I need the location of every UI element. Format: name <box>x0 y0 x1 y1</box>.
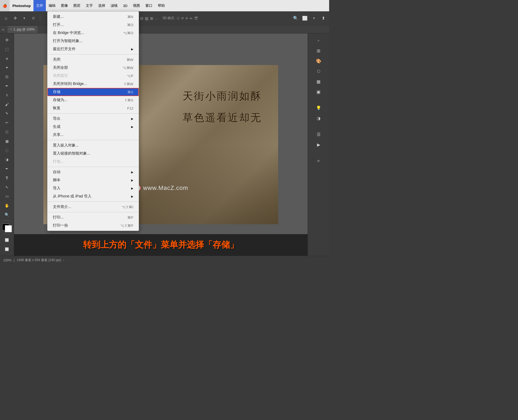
3d-mode-label: 3D 模式: <box>163 16 175 21</box>
eraser-tool[interactable]: ◻ <box>2 128 12 136</box>
menu-item-package[interactable]: 打包... <box>47 158 139 166</box>
menu-item-revert[interactable]: 恢复 F12 <box>47 104 139 112</box>
menu-item-open-shortcut: ⌘O <box>127 23 133 27</box>
menu-help[interactable]: 帮助 <box>155 0 168 11</box>
search-icon[interactable]: 🔍 <box>292 15 299 22</box>
menu-item-print[interactable]: 打印... ⌘P <box>47 213 139 221</box>
checkbox-icon[interactable]: ☑ <box>30 15 37 22</box>
menu-item-import[interactable]: 导入 ▶ <box>47 184 139 192</box>
menu-edit[interactable]: 编辑 <box>46 0 58 11</box>
hand-tool[interactable]: ✋ <box>2 201 12 210</box>
rectangle-tool[interactable]: ▭ <box>2 192 12 201</box>
path-selection-tool[interactable]: ↖ <box>2 183 12 192</box>
menu-item-file-info[interactable]: 文件简介... ⌥⇧⌘I <box>47 203 139 211</box>
history-brush-tool[interactable]: ↩ <box>2 118 12 127</box>
menu-item-place-embedded[interactable]: 置入嵌入对象... <box>47 141 139 149</box>
menu-item-save-as[interactable]: 存储为... ⇧⌘S <box>47 96 139 104</box>
menu-view[interactable]: 视图 <box>130 0 143 11</box>
move-tool[interactable]: ✛ <box>2 36 12 44</box>
menu-item-bridge[interactable]: 在 Bridge 中浏览... ⌥⌘O <box>47 29 139 37</box>
document-tab[interactable]: × 1..jpg @ 100% <box>8 26 38 33</box>
color-panel-btn[interactable]: 🎨 <box>314 56 323 66</box>
menu-3d[interactable]: 3D <box>120 0 130 11</box>
brush-tool[interactable]: 🖌 <box>2 100 12 109</box>
menu-select[interactable]: 选择 <box>96 0 108 11</box>
menu-item-scripts[interactable]: 脚本 ▶ <box>47 176 139 184</box>
menu-item-close-all-label: 关闭全部 <box>53 65 68 70</box>
menu-item-recent[interactable]: 最近打开文件 ▶ <box>47 45 139 53</box>
menu-file[interactable]: 文件 <box>33 0 46 11</box>
align-icon-2[interactable]: ⊟ <box>140 16 143 21</box>
dodge-tool[interactable]: ◑ <box>2 155 12 164</box>
menu-item-open-smart[interactable]: 打开为智能对象... <box>47 37 139 45</box>
menu-item-place-linked[interactable]: 置入链接的智能对象... <box>47 149 139 158</box>
light-panel-btn[interactable]: 💡 <box>314 103 323 113</box>
3d-icon-3[interactable]: ✛ <box>185 16 188 20</box>
menu-image[interactable]: 图像 <box>58 0 71 11</box>
clone-stamp-tool[interactable]: ✎ <box>2 109 12 118</box>
menu-item-automate[interactable]: 自动 ▶ <box>47 168 139 176</box>
menu-item-import-device[interactable]: 从 iPhone 或 iPad 导入 ▶ <box>47 192 139 200</box>
3d-icon-1[interactable]: ⬡ <box>177 16 179 20</box>
screen-mode-tool[interactable]: ⬜ <box>2 245 12 254</box>
3d-icon-4[interactable]: ⇔ <box>190 16 192 20</box>
menu-item-save[interactable]: 存储 ⌘S <box>47 88 139 96</box>
menu-photoshop[interactable]: Photoshop <box>10 0 33 11</box>
panel-collapse-icon[interactable]: « <box>2 27 4 32</box>
pen-tool[interactable]: ✒ <box>2 164 12 173</box>
3d-icon-5[interactable]: 🎬 <box>194 16 198 20</box>
adjust-panel-btn[interactable]: ◑ <box>314 113 323 123</box>
move-tool-icon[interactable]: ✛ <box>11 15 19 22</box>
3d-icon-2[interactable]: ↺ <box>181 16 184 20</box>
apple-menu[interactable]: 🍎 <box>0 0 10 11</box>
quick-select-tool[interactable]: ✦ <box>2 63 12 72</box>
quick-mask-tool[interactable]: ⬜ <box>2 236 12 244</box>
zoom-tool[interactable]: 🔍 <box>2 210 12 219</box>
background-color[interactable] <box>5 225 12 232</box>
more-options[interactable]: ... <box>155 16 158 20</box>
lasso-tool[interactable]: ⌀ <box>2 54 12 63</box>
grid-panel-btn[interactable]: ▦ <box>314 77 323 86</box>
status-arrow[interactable]: › <box>63 259 64 262</box>
panel-collapse-right[interactable]: « <box>314 36 323 45</box>
history-panel-btn[interactable]: ☰ <box>314 129 323 139</box>
path-panel-btn[interactable]: ⟡ <box>314 156 323 166</box>
menu-filter[interactable]: 滤镜 <box>108 0 120 11</box>
actions-panel-btn[interactable]: ▶ <box>314 140 323 149</box>
spot-healing-tool[interactable]: ⚕ <box>2 91 12 100</box>
menu-type[interactable]: 文字 <box>83 0 96 11</box>
share-icon[interactable]: ⬆ <box>319 15 327 22</box>
type-tool[interactable]: T <box>2 173 12 182</box>
menu-item-close-others[interactable]: 关闭其它 ⌥P <box>47 72 139 80</box>
align-icon-3[interactable]: ▥ <box>145 16 148 21</box>
dropdown-arrow-icon[interactable]: ▼ <box>21 15 28 22</box>
menu-item-print-one[interactable]: 打印一份 ⌥⇧⌘P <box>47 221 139 230</box>
menu-item-share[interactable]: 共享... <box>47 131 139 139</box>
panel-toggle-icon[interactable]: ⬜ <box>301 15 309 22</box>
menu-item-close[interactable]: 关闭 ⌘W <box>47 56 139 64</box>
menu-item-export[interactable]: 导出 ▶ <box>47 115 139 123</box>
3d-panel-btn[interactable]: ⬡ <box>314 66 323 76</box>
align-icon-4[interactable]: ⊞ <box>150 16 153 21</box>
dropdown-icon[interactable]: ▼ <box>310 15 318 22</box>
blur-tool[interactable]: ◌ <box>2 146 12 155</box>
layers-panel-btn[interactable]: ⊞ <box>314 46 323 56</box>
menu-item-place-embedded-label: 置入嵌入对象... <box>53 143 79 148</box>
menu-window[interactable]: 窗口 <box>143 0 155 11</box>
gradient-tool[interactable]: ▦ <box>2 137 12 145</box>
menu-item-new[interactable]: 新建... ⌘N <box>47 13 139 21</box>
menu-item-close-bridge[interactable]: 关闭并转到 Bridge... ⇧⌘W <box>47 80 139 88</box>
home-icon[interactable]: ⌂ <box>2 15 10 22</box>
properties-panel-btn[interactable]: ▣ <box>314 87 323 97</box>
menu-item-close-all[interactable]: 关闭全部 ⌥⌘W <box>47 64 139 72</box>
menu-layer[interactable]: 图层 <box>71 0 83 11</box>
menu-item-open[interactable]: 打开... ⌘O <box>47 21 139 29</box>
menu-sep-6 <box>47 212 139 212</box>
eyedropper-tool[interactable]: ✒ <box>2 81 12 90</box>
menu-item-close-others-shortcut: ⌥P <box>127 74 133 78</box>
color-swatch[interactable] <box>2 224 12 232</box>
tab-close-icon[interactable]: × <box>10 28 12 31</box>
marquee-tool[interactable]: ⬚ <box>2 45 12 53</box>
crop-tool[interactable]: ⊡ <box>2 72 12 81</box>
menu-item-generate[interactable]: 生成 ▶ <box>47 123 139 131</box>
